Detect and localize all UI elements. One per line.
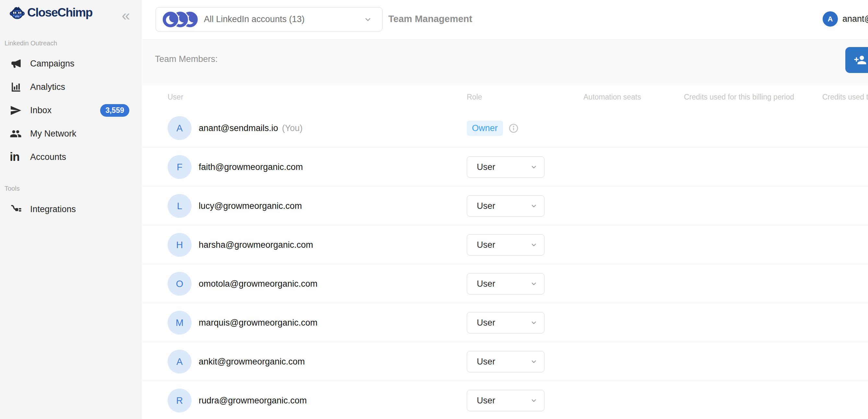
role-dropdown[interactable]: User [467, 351, 545, 372]
table-header-row: User Role Automation seats Credits used … [142, 85, 868, 109]
role-cell: User [467, 186, 545, 226]
chevron-down-icon [530, 319, 538, 327]
chevron-down-icon [530, 358, 538, 365]
chevron-down-icon [530, 163, 538, 171]
you-suffix: (You) [282, 123, 303, 133]
send-icon [10, 104, 22, 116]
sidebar-item-label: Analytics [30, 82, 65, 92]
role-cell: User [467, 226, 545, 264]
role-dropdown[interactable]: User [467, 390, 545, 411]
column-header-credits-total: Credits used t [822, 85, 868, 109]
member-email-cell: marquis@growmeorganic.com [199, 303, 318, 342]
chevron-down-icon [530, 397, 538, 405]
sidebar-item-label: My Network [30, 129, 76, 139]
sidebar-item-label: Campaigns [30, 59, 74, 69]
role-dropdown[interactable]: User [467, 234, 545, 256]
role-cell: User [467, 381, 545, 419]
add-team-member-button[interactable] [845, 47, 868, 73]
moon-avatar-icon [162, 11, 179, 28]
role-dropdown-value: User [477, 279, 495, 289]
role-cell: User [467, 342, 545, 381]
sidebar-item-label: Accounts [30, 152, 66, 162]
table-row-owner: A anant@sendmails.io (You) Owner [142, 109, 868, 148]
avatar: A [167, 116, 191, 140]
sidebar-item-campaigns[interactable]: Campaigns [0, 52, 142, 75]
collapse-sidebar-icon[interactable]: « [122, 8, 130, 23]
person-add-icon [854, 54, 867, 66]
owner-role-badge: Owner [467, 121, 503, 136]
sidebar-tools-nav: Integrations [0, 198, 142, 221]
team-management-content: Team Members: User Role Automation seats… [142, 40, 868, 419]
avatar: M [167, 311, 191, 335]
role-dropdown[interactable]: User [467, 156, 545, 178]
sidebar-item-my-network[interactable]: My Network [0, 122, 142, 145]
linkedin-accounts-dropdown[interactable]: All LinkedIn accounts (13) [156, 7, 382, 31]
role-cell: User [467, 148, 545, 186]
member-email: marquis@growmeorganic.com [199, 318, 318, 328]
role-cell: Owner [467, 109, 519, 148]
role-dropdown-value: User [477, 396, 495, 406]
page-title: Team Management [388, 0, 472, 38]
megaphone-icon [10, 58, 22, 70]
role-dropdown-value: User [477, 162, 495, 172]
table-body: A anant@sendmails.io (You) Owner [142, 109, 868, 419]
member-email: ankit@growmeorganic.com [199, 357, 305, 367]
chevron-down-icon [530, 241, 538, 249]
sidebar-item-analytics[interactable]: Analytics [0, 75, 142, 98]
chevron-down-icon [530, 280, 538, 288]
member-email: anant@sendmails.io [199, 123, 278, 133]
table-row: L lucy@growmeorganic.com User [142, 186, 868, 226]
avatar: A [167, 350, 191, 373]
member-email-cell: omotola@growmeorganic.com [199, 264, 318, 303]
plug-icon [10, 203, 22, 215]
role-dropdown-value: User [477, 357, 495, 367]
avatar: F [167, 155, 191, 179]
sidebar-section-tools: Tools [4, 185, 20, 192]
bar-chart-icon [10, 81, 22, 93]
table-row: M marquis@growmeorganic.com User [142, 303, 868, 342]
linkedin-icon: in [10, 151, 22, 163]
brand-logo: $ $ CloseChimp [10, 5, 92, 20]
member-email-cell: harsha@growmeorganic.com [199, 226, 313, 264]
role-dropdown[interactable]: User [467, 273, 545, 295]
sidebar-item-label: Inbox [30, 106, 52, 115]
chimp-logo-icon: $ $ [10, 5, 25, 20]
sidebar: $ $ CloseChimp « Linkedin Outreach Campa… [0, 0, 142, 419]
table-row: A ankit@growmeorganic.com User [142, 342, 868, 381]
app-window: $ $ CloseChimp « Linkedin Outreach Campa… [0, 0, 868, 419]
member-email: rudra@growmeorganic.com [199, 396, 307, 406]
role-dropdown-value: User [477, 318, 495, 328]
role-cell: User [467, 264, 545, 303]
accounts-dropdown-label: All LinkedIn accounts (13) [204, 14, 305, 24]
topbar: All LinkedIn accounts (13) Team Manageme… [142, 0, 868, 40]
member-email-cell: ankit@growmeorganic.com [199, 342, 305, 381]
role-dropdown-value: User [477, 240, 495, 250]
chevron-down-icon [363, 15, 372, 24]
sidebar-item-inbox[interactable]: Inbox 3,559 [0, 98, 142, 122]
avatar: R [167, 389, 191, 413]
role-dropdown[interactable]: User [467, 312, 545, 333]
role-dropdown-value: User [477, 201, 495, 211]
sidebar-nav: Campaigns Analytics Inbox 3,559 [0, 52, 142, 169]
chevron-down-icon [530, 202, 538, 210]
user-email: anant@s [842, 14, 868, 24]
table-row: H harsha@growmeorganic.com User [142, 226, 868, 264]
column-header-credits-billing: Credits used for this billing period [684, 85, 794, 109]
member-email-cell: rudra@growmeorganic.com [199, 381, 307, 419]
brand-name: CloseChimp [27, 6, 92, 20]
role-dropdown[interactable]: User [467, 195, 545, 217]
table-row: R rudra@growmeorganic.com User [142, 381, 868, 419]
table-row: F faith@growmeorganic.com User [142, 148, 868, 186]
column-header-user: User [167, 85, 183, 109]
avatar: L [167, 194, 191, 218]
sidebar-section-outreach: Linkedin Outreach [4, 39, 57, 47]
team-members-table: User Role Automation seats Credits used … [142, 85, 868, 419]
sidebar-item-accounts[interactable]: in Accounts [0, 145, 142, 169]
people-icon [10, 128, 22, 140]
role-cell: User [467, 303, 545, 342]
avatar: O [167, 272, 191, 296]
topbar-user-menu[interactable]: A anant@s [823, 0, 868, 38]
info-icon[interactable] [508, 123, 519, 133]
sidebar-item-integrations[interactable]: Integrations [0, 198, 142, 221]
member-email: faith@growmeorganic.com [199, 162, 303, 172]
